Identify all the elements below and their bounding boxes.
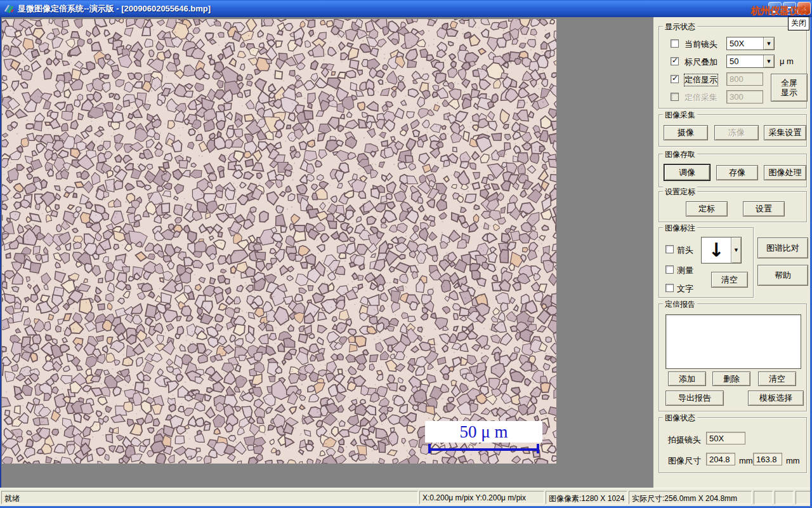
group-image-status-legend: 图像状态: [663, 413, 697, 424]
text-checkbox[interactable]: [665, 284, 674, 292]
group-display-status: 显示状态 当前镜头 50X ▼ 标尺叠加 50 ▼ μ m 定倍显示 800 全…: [658, 26, 807, 109]
image-height-value: 163.8: [753, 453, 782, 465]
window-border-left: [0, 17, 1, 488]
restore-button[interactable]: [783, 2, 796, 15]
group-storage-legend: 图像存取: [663, 149, 697, 160]
current-lens-checkbox[interactable]: [671, 39, 679, 48]
fixed-capture-checkbox: [671, 93, 679, 101]
scale-bar-label-box: 50 μ m: [425, 421, 542, 443]
fixed-capture-input: 300: [726, 90, 763, 104]
current-lens-value: 50X: [727, 37, 763, 50]
fixed-display-input: 800: [726, 72, 763, 86]
scale-bar-line: [428, 448, 539, 451]
image-viewport: 50 μ m: [1, 17, 653, 488]
status-empty-3: [796, 491, 811, 504]
image-size-label: 图像尺寸: [668, 455, 701, 467]
chevron-down-icon[interactable]: ▼: [763, 55, 774, 67]
shoot-lens-label: 拍摄镜头: [668, 434, 701, 446]
fixed-capture-label: 定倍采集: [684, 92, 717, 104]
status-image-pixels: 图像像素:1280 X 1024: [546, 491, 627, 504]
app-window: 显微图像定倍系统--演示版 - [20090602055646.bmp] × 杭…: [0, 0, 812, 508]
micrograph-canvas: [2, 19, 556, 464]
current-lens-label[interactable]: 当前镜头: [684, 39, 717, 50]
scale-bar-tick-right: [537, 444, 539, 453]
shoot-button[interactable]: 摄像: [664, 125, 708, 140]
group-capture: 图像采集 摄像 冻像 采集设置: [658, 114, 807, 147]
status-actual-size: 实际尺寸:256.0mm X 204.8mm: [629, 491, 752, 504]
ruler-value-dropdown[interactable]: 50 ▼: [726, 55, 775, 68]
group-report: 定倍报告 添加 删除 清空 导出报告 模板选择: [658, 304, 807, 411]
arrow-down-icon: ↓: [702, 237, 731, 263]
group-capture-legend: 图像采集: [663, 110, 697, 121]
close-tooltip: 关闭: [788, 17, 809, 30]
status-bar: 就绪 X:0.200μ m/pix Y:0.200μ m/pix 图像像素:12…: [0, 488, 812, 506]
group-image-status: 图像状态 拍摄镜头 50X 图像尺寸 204.8 mm 163.8 mm: [658, 417, 807, 473]
image-width-unit: mm: [739, 456, 753, 465]
restore-icon: [787, 7, 792, 11]
save-image-button[interactable]: 存像: [716, 165, 758, 180]
fullscreen-button[interactable]: 全屏 显示: [771, 74, 808, 102]
image-height-unit: mm: [786, 456, 800, 465]
report-listbox[interactable]: [665, 314, 801, 369]
arrow-style-dropdown[interactable]: ↓ ▼: [701, 237, 742, 264]
text-label[interactable]: 文字: [677, 283, 693, 295]
load-image-button[interactable]: 调像: [664, 164, 710, 180]
freeze-button: 冻像: [714, 125, 759, 140]
status-pixel-scale: X:0.200μ m/pix Y:0.200μ m/pix: [419, 491, 544, 504]
arrow-checkbox[interactable]: [665, 245, 674, 253]
calibrate-button[interactable]: 定标: [686, 201, 728, 217]
arrow-label[interactable]: 箭头: [677, 244, 693, 256]
help-button[interactable]: 帮助: [757, 265, 808, 286]
report-delete-button[interactable]: 删除: [712, 371, 750, 386]
calib-settings-button[interactable]: 设置: [743, 201, 785, 217]
measure-label[interactable]: 测量: [677, 265, 693, 276]
minimize-icon: [772, 11, 778, 13]
app-icon: [4, 3, 15, 14]
micrograph-image: 50 μ m: [2, 19, 556, 464]
capture-settings-button[interactable]: 采集设置: [764, 125, 806, 140]
export-report-button[interactable]: 导出报告: [665, 391, 724, 406]
chevron-down-icon[interactable]: ▼: [731, 237, 741, 263]
title-bar: 显微图像定倍系统--演示版 - [20090602055646.bmp] ×: [0, 0, 812, 17]
image-width-value: 204.8: [706, 453, 735, 465]
status-ready: 就绪: [1, 491, 418, 504]
ruler-overlay-checkbox[interactable]: [671, 57, 679, 65]
report-add-button[interactable]: 添加: [668, 371, 706, 386]
group-report-legend: 定倍报告: [663, 299, 697, 310]
group-annotation: 图像标注 箭头 ↓ ▼ 测量 清空 文字: [658, 227, 754, 298]
clear-annotation-button[interactable]: 清空: [711, 272, 748, 288]
template-select-button[interactable]: 模板选择: [748, 391, 804, 406]
measure-checkbox[interactable]: [665, 265, 674, 274]
image-process-button[interactable]: 图像处理: [764, 165, 806, 180]
fixed-display-label[interactable]: 定倍显示: [684, 74, 717, 86]
fixed-display-checkbox[interactable]: [671, 75, 679, 83]
group-storage: 图像存取 调像 存像 图像处理: [658, 154, 807, 187]
group-calibration: 设置定标 定标 设置: [658, 191, 807, 222]
window-title: 显微图像定倍系统--演示版 - [20090602055646.bmp]: [18, 3, 211, 15]
report-clear-button[interactable]: 清空: [758, 371, 796, 386]
current-lens-dropdown[interactable]: 50X ▼: [726, 37, 775, 50]
status-empty-2: [775, 491, 794, 504]
chevron-down-icon[interactable]: ▼: [763, 37, 774, 50]
ruler-unit-label: μ m: [780, 57, 794, 66]
close-button[interactable]: ×: [797, 2, 811, 15]
group-annotation-legend: 图像标注: [663, 223, 697, 234]
minimize-button[interactable]: [768, 2, 782, 15]
window-controls: ×: [768, 2, 811, 15]
group-calibration-legend: 设置定标: [663, 187, 697, 197]
close-icon: ×: [802, 4, 807, 13]
atlas-compare-button[interactable]: 图谱比对: [757, 237, 808, 258]
control-panel: 显示状态 当前镜头 50X ▼ 标尺叠加 50 ▼ μ m 定倍显示 800 全…: [653, 17, 810, 488]
shoot-lens-value: 50X: [706, 432, 745, 444]
ruler-value: 50: [727, 55, 763, 67]
ruler-overlay-label[interactable]: 标尺叠加: [684, 57, 717, 68]
scale-bar-text: 50 μ m: [460, 422, 508, 442]
status-empty-1: [754, 491, 773, 504]
group-display-status-legend: 显示状态: [663, 22, 697, 32]
scale-bar-tick-left: [428, 444, 431, 453]
